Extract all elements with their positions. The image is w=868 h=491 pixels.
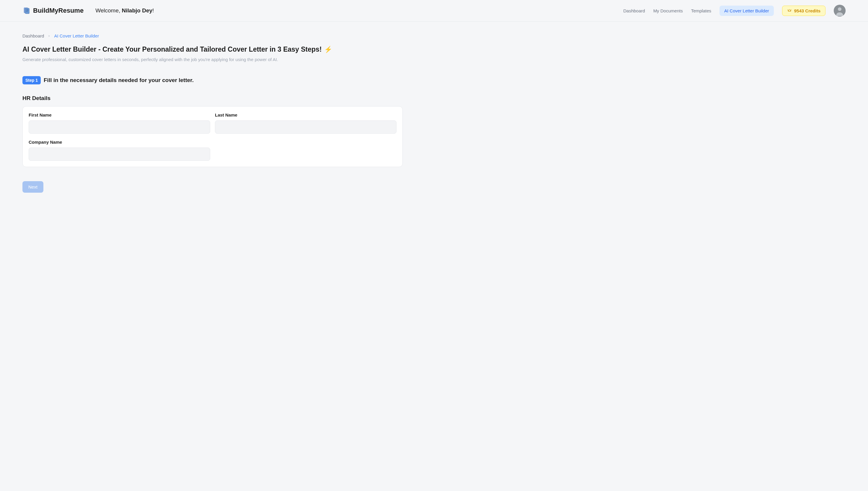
breadcrumb: Dashboard AI Cover Letter Builder [23,33,403,38]
welcome-suffix: ! [152,7,154,13]
step-indicator: Step 1 Fill in the necessary details nee… [23,76,403,84]
header-right-section: Dashboard My Documents Templates AI Cove… [623,5,845,17]
hr-details-title: HR Details [23,95,403,102]
last-name-group: Last Name [215,112,396,134]
company-name-label: Company Name [29,140,210,145]
lightning-icon: ⚡ [324,46,332,53]
form-row-names: First Name Last Name [29,112,396,134]
company-name-input[interactable] [29,148,210,161]
main-navigation: Dashboard My Documents Templates AI Cove… [623,6,774,16]
welcome-user-name: Nilabjo Dey [122,7,152,13]
form-row-company: Company Name [29,140,396,161]
logo-section[interactable]: BuildMyResume [23,6,84,15]
breadcrumb-dashboard[interactable]: Dashboard [23,33,44,38]
company-name-group: Company Name [29,140,210,161]
svg-point-6 [838,7,841,11]
logo-text: BuildMyResume [33,7,84,15]
header-left-section: BuildMyResume Welcome, Nilabjo Dey! [23,6,154,15]
user-avatar[interactable] [834,5,845,17]
page-subtitle: Generate professional, customized cover … [23,57,403,62]
first-name-group: First Name [29,112,210,134]
svg-rect-1 [25,8,29,14]
crown-icon [787,8,792,13]
first-name-label: First Name [29,112,210,117]
main-header: BuildMyResume Welcome, Nilabjo Dey! Dash… [0,0,868,22]
page-title-text: AI Cover Letter Builder - Create Your Pe… [23,46,322,53]
logo-icon [23,6,31,15]
step-description: Fill in the necessary details needed for… [44,77,194,84]
first-name-input[interactable] [29,120,210,134]
credits-count: 9543 Credits [794,8,820,13]
welcome-prefix: Welcome, [95,7,122,13]
breadcrumb-current[interactable]: AI Cover Letter Builder [54,33,99,38]
credits-badge[interactable]: 9543 Credits [782,6,825,16]
nav-ai-cover-letter[interactable]: AI Cover Letter Builder [720,6,774,16]
avatar-placeholder-icon [834,5,845,17]
hr-details-form: First Name Last Name Company Name [23,106,403,167]
step-badge: Step 1 [23,76,41,84]
last-name-input[interactable] [215,120,396,134]
welcome-message: Welcome, Nilabjo Dey! [95,7,154,14]
nav-dashboard[interactable]: Dashboard [623,8,645,13]
nav-my-documents[interactable]: My Documents [653,8,683,13]
page-title: AI Cover Letter Builder - Create Your Pe… [23,46,403,53]
next-button[interactable]: Next [23,181,44,193]
last-name-label: Last Name [215,112,396,117]
chevron-right-icon [48,33,51,38]
main-content: Dashboard AI Cover Letter Builder AI Cov… [0,22,425,204]
nav-templates[interactable]: Templates [691,8,711,13]
